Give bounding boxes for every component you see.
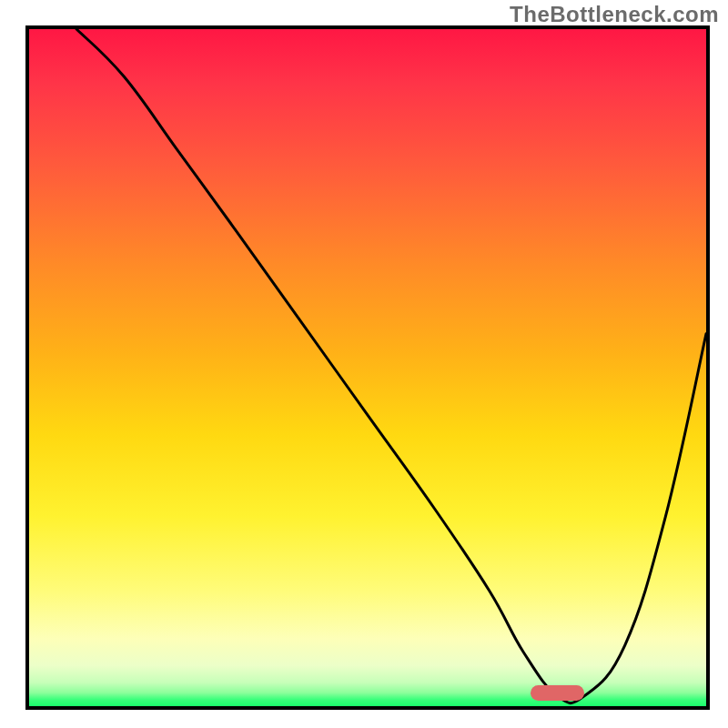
watermark-text: TheBottleneck.com: [510, 2, 719, 27]
optimal-marker: [531, 685, 585, 701]
chart-container: TheBottleneck.com: [0, 0, 728, 728]
bottleneck-curve: [29, 29, 706, 706]
plot-area: [25, 25, 710, 710]
curve-path: [76, 29, 706, 703]
